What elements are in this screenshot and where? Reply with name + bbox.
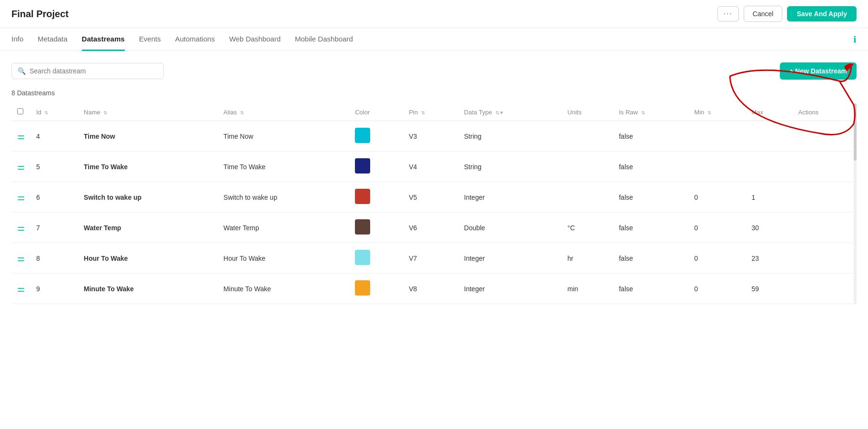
datastream-count: 8 Datastreams bbox=[11, 89, 857, 97]
table-row: ⚌ 5 Time To Wake Time To Wake V4 String … bbox=[11, 152, 857, 182]
row-data-type: Double bbox=[458, 213, 562, 243]
row-max: 30 bbox=[746, 213, 792, 243]
row-min bbox=[688, 152, 746, 182]
th-min[interactable]: Min ⇅ bbox=[688, 103, 746, 121]
row-color bbox=[349, 213, 403, 243]
top-bar-left: Final Project bbox=[11, 9, 69, 20]
row-alias: Time To Wake bbox=[218, 152, 349, 182]
row-alias: Minute To Wake bbox=[218, 274, 349, 304]
th-actions: Actions bbox=[792, 103, 857, 121]
row-color bbox=[349, 243, 403, 274]
sort-pin-icon: ⇅ bbox=[421, 110, 425, 115]
row-max bbox=[746, 121, 792, 152]
row-pin: V5 bbox=[403, 182, 458, 213]
row-actions bbox=[792, 182, 857, 213]
row-alias: Hour To Wake bbox=[218, 243, 349, 274]
row-max: 1 bbox=[746, 182, 792, 213]
new-datastream-button[interactable]: + New Datastream bbox=[780, 62, 857, 80]
th-color: Color bbox=[349, 103, 403, 121]
row-color bbox=[349, 182, 403, 213]
scrollbar-thumb[interactable] bbox=[854, 103, 857, 161]
table-row: ⚌ 4 Time Now Time Now V3 String false bbox=[11, 121, 857, 152]
more-button[interactable]: ··· bbox=[717, 6, 739, 21]
tab-datastreams[interactable]: Datastreams bbox=[82, 28, 125, 51]
row-pin: V3 bbox=[403, 121, 458, 152]
color-swatch bbox=[355, 189, 370, 204]
datastream-icon: ⚌ bbox=[17, 223, 25, 233]
color-swatch bbox=[355, 280, 370, 296]
row-is-raw: false bbox=[613, 243, 688, 274]
row-units: min bbox=[562, 274, 613, 304]
th-alias[interactable]: Alias ⇅ bbox=[218, 103, 349, 121]
table-container: Id ⇅ Name ⇅ Alias ⇅ Color Pin ⇅ Data Typ… bbox=[11, 103, 857, 304]
row-color bbox=[349, 121, 403, 152]
cancel-button[interactable]: Cancel bbox=[744, 6, 783, 22]
scrollbar-track[interactable] bbox=[854, 103, 857, 304]
row-checkbox-cell: ⚌ bbox=[11, 182, 30, 213]
datastream-icon: ⚌ bbox=[17, 254, 25, 263]
th-max: Max bbox=[746, 103, 792, 121]
tab-web-dashboard[interactable]: Web Dashboard bbox=[229, 28, 281, 51]
tab-metadata[interactable]: Metadata bbox=[38, 28, 68, 51]
row-name: Water Temp bbox=[78, 213, 218, 243]
row-data-type: Integer bbox=[458, 243, 562, 274]
row-is-raw: false bbox=[613, 121, 688, 152]
th-pin[interactable]: Pin ⇅ bbox=[403, 103, 458, 121]
row-is-raw: false bbox=[613, 213, 688, 243]
row-is-raw: false bbox=[613, 182, 688, 213]
row-actions bbox=[792, 213, 857, 243]
row-id: 8 bbox=[30, 243, 78, 274]
row-pin: V7 bbox=[403, 243, 458, 274]
row-pin: V8 bbox=[403, 274, 458, 304]
row-min bbox=[688, 121, 746, 152]
row-actions bbox=[792, 243, 857, 274]
row-name: Minute To Wake bbox=[78, 274, 218, 304]
table-row: ⚌ 6 Switch to wake up Switch to wake up … bbox=[11, 182, 857, 213]
row-is-raw: false bbox=[613, 152, 688, 182]
row-alias: Water Temp bbox=[218, 213, 349, 243]
datastream-icon: ⚌ bbox=[17, 284, 25, 294]
row-checkbox-cell: ⚌ bbox=[11, 213, 30, 243]
tab-events[interactable]: Events bbox=[139, 28, 161, 51]
search-row: 🔍 + New Datastream bbox=[11, 62, 857, 80]
row-name: Switch to wake up bbox=[78, 182, 218, 213]
row-checkbox-cell: ⚌ bbox=[11, 243, 30, 274]
row-checkbox-cell: ⚌ bbox=[11, 274, 30, 304]
row-name: Hour To Wake bbox=[78, 243, 218, 274]
row-min: 0 bbox=[688, 182, 746, 213]
th-id[interactable]: Id ⇅ bbox=[30, 103, 78, 121]
top-bar: Final Project ··· Cancel Save And Apply bbox=[0, 0, 868, 28]
datastreams-table: Id ⇅ Name ⇅ Alias ⇅ Color Pin ⇅ Data Typ… bbox=[11, 103, 857, 304]
color-swatch bbox=[355, 219, 370, 235]
row-id: 6 bbox=[30, 182, 78, 213]
row-min: 0 bbox=[688, 243, 746, 274]
color-swatch bbox=[355, 128, 370, 143]
save-apply-button[interactable]: Save And Apply bbox=[787, 6, 857, 21]
row-name: Time Now bbox=[78, 121, 218, 152]
row-checkbox-cell: ⚌ bbox=[11, 152, 30, 182]
search-icon: 🔍 bbox=[18, 67, 26, 75]
tab-automations[interactable]: Automations bbox=[175, 28, 215, 51]
tab-mobile-dashboard[interactable]: Mobile Dashboard bbox=[295, 28, 353, 51]
row-data-type: Integer bbox=[458, 182, 562, 213]
row-is-raw: false bbox=[613, 274, 688, 304]
row-pin: V4 bbox=[403, 152, 458, 182]
select-all-checkbox[interactable] bbox=[17, 108, 23, 114]
th-name[interactable]: Name ⇅ bbox=[78, 103, 218, 121]
search-input[interactable] bbox=[30, 67, 158, 75]
row-id: 9 bbox=[30, 274, 78, 304]
datastream-icon: ⚌ bbox=[17, 193, 25, 202]
sort-id-icon: ⇅ bbox=[44, 110, 48, 115]
table-row: ⚌ 7 Water Temp Water Temp V6 Double °C f… bbox=[11, 213, 857, 243]
row-color bbox=[349, 274, 403, 304]
sort-name-icon: ⇅ bbox=[103, 110, 107, 115]
tab-info[interactable]: Info bbox=[11, 28, 23, 51]
th-units: Units bbox=[562, 103, 613, 121]
sort-datatype-icon: ⇅▼ bbox=[495, 110, 504, 115]
th-is-raw[interactable]: Is Raw ⇅ bbox=[613, 103, 688, 121]
row-color bbox=[349, 152, 403, 182]
row-data-type: String bbox=[458, 152, 562, 182]
row-data-type: String bbox=[458, 121, 562, 152]
th-data-type[interactable]: Data Type ⇅▼ bbox=[458, 103, 562, 121]
color-swatch bbox=[355, 158, 370, 174]
